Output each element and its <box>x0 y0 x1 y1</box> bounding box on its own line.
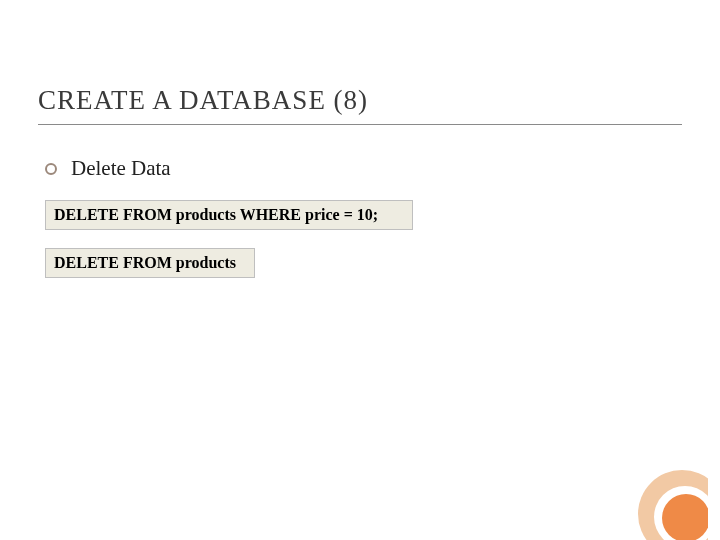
deco-circle-inner <box>662 494 708 540</box>
bullet-icon <box>45 163 57 175</box>
corner-decoration <box>630 462 708 540</box>
code-box-1: DELETE FROM products WHERE price = 10; <box>45 200 413 230</box>
bullet-text: Delete Data <box>71 156 171 181</box>
bullet-row: Delete Data <box>45 156 171 181</box>
page-title: CREATE A DATABASE (8) <box>38 85 368 116</box>
code-box-2: DELETE FROM products <box>45 248 255 278</box>
slide: CREATE A DATABASE (8) Delete Data DELETE… <box>0 0 720 540</box>
title-underline <box>38 124 682 125</box>
